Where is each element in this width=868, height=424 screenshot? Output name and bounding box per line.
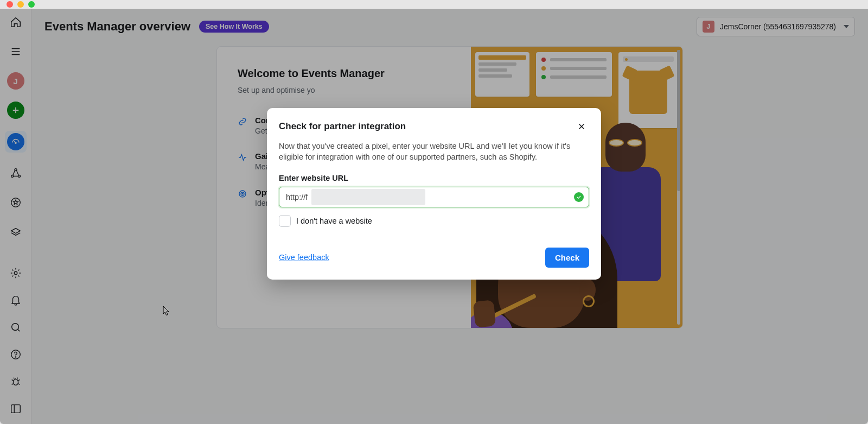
modal-description: Now that you've created a pixel, enter y… bbox=[279, 141, 589, 163]
window-zoom-button[interactable] bbox=[28, 1, 35, 8]
no-website-checkbox[interactable] bbox=[279, 215, 291, 227]
url-field-label: Enter website URL bbox=[279, 174, 589, 182]
window-minimize-button[interactable] bbox=[17, 1, 24, 8]
browser-window: J bbox=[0, 0, 868, 424]
modal-title: Check for partner integration bbox=[279, 121, 574, 132]
check-button[interactable]: Check bbox=[545, 248, 589, 268]
modal-close-button[interactable] bbox=[574, 119, 589, 134]
partner-integration-modal: Check for partner integration Now that y… bbox=[267, 108, 601, 280]
redacted-url-segment bbox=[311, 189, 425, 205]
window-close-button[interactable] bbox=[7, 1, 13, 8]
macos-titlebar bbox=[0, 0, 868, 9]
give-feedback-link[interactable]: Give feedback bbox=[279, 253, 329, 262]
no-website-label: I don't have a website bbox=[296, 217, 372, 225]
check-success-icon bbox=[574, 192, 584, 202]
viewport: J bbox=[0, 9, 868, 424]
